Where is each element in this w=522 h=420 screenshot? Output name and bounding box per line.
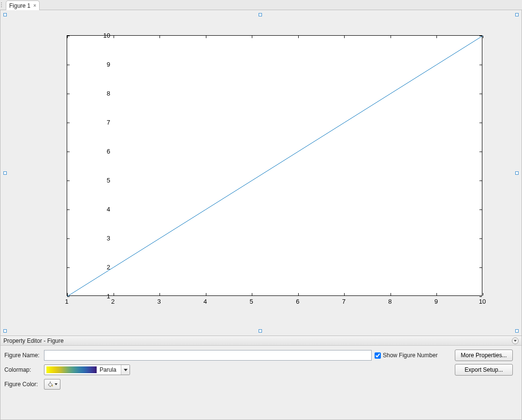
export-setup-button[interactable]: Export Setup... (455, 364, 513, 376)
chevron-down-icon (55, 383, 58, 385)
selection-handle[interactable] (3, 13, 7, 16)
x-tick-label: 8 (388, 298, 392, 305)
y-tick-label: 6 (107, 148, 110, 155)
x-tick-label: 7 (342, 298, 346, 305)
more-properties-button[interactable]: More Properties... (455, 350, 513, 361)
figure-canvas[interactable]: 1234567891012345678910 (0, 10, 522, 336)
x-tick-label: 3 (157, 298, 160, 305)
figure-color-label: Figure Color: (4, 381, 41, 388)
show-figure-number-checkbox[interactable] (375, 352, 381, 359)
x-tick-label: 1 (65, 298, 68, 305)
collapse-button[interactable] (512, 337, 519, 344)
selection-handle[interactable] (3, 329, 7, 333)
show-figure-number-label: Show Figure Number (383, 352, 437, 359)
figure-name-label: Figure Name: (4, 352, 41, 359)
x-tick-label: 10 (479, 298, 486, 305)
y-tick-label: 3 (107, 235, 110, 242)
line-plot (67, 36, 483, 296)
x-tick-label: 6 (296, 298, 299, 305)
axes[interactable] (67, 35, 482, 296)
property-editor: Property Editor - Figure Figure Name: Sh… (0, 336, 522, 420)
drag-grip-icon[interactable] (1, 0, 5, 10)
tab-figure-1[interactable]: Figure 1 × (6, 0, 40, 10)
selection-handle[interactable] (3, 171, 7, 175)
colormap-label: Colormap: (4, 366, 41, 373)
show-figure-number-option[interactable]: Show Figure Number (375, 352, 452, 359)
y-tick-label: 5 (107, 177, 110, 184)
paint-bucket-icon (47, 381, 54, 387)
x-tick-label: 2 (111, 298, 115, 305)
colormap-swatch-icon (46, 366, 97, 373)
y-tick-label: 8 (107, 90, 110, 97)
x-tick-label: 5 (250, 298, 253, 305)
colormap-dropdown[interactable]: Parula (44, 364, 130, 375)
close-icon[interactable]: × (33, 3, 36, 8)
property-editor-header: Property Editor - Figure (0, 336, 522, 346)
selection-handle[interactable] (515, 13, 519, 16)
y-tick-label: 1 (107, 293, 110, 300)
chevron-down-icon[interactable] (121, 365, 130, 375)
y-tick-label: 7 (107, 119, 110, 126)
x-tick-label: 4 (203, 298, 207, 305)
selection-handle[interactable] (515, 329, 519, 333)
y-tick-label: 10 (103, 32, 110, 39)
colormap-value: Parula (99, 366, 121, 373)
selection-handle[interactable] (515, 171, 519, 175)
x-tick-label: 9 (435, 298, 438, 305)
selection-handle[interactable] (259, 329, 262, 333)
y-tick-label: 4 (107, 206, 110, 213)
tab-strip: Figure 1 × (0, 0, 522, 10)
figure-color-button[interactable] (44, 379, 60, 390)
tab-label: Figure 1 (9, 2, 30, 9)
y-tick-label: 9 (107, 61, 110, 68)
selection-handle[interactable] (259, 13, 262, 16)
figure-name-input[interactable] (44, 350, 372, 361)
axes-container: 1234567891012345678910 (35, 24, 499, 323)
property-editor-title: Property Editor - Figure (3, 337, 64, 344)
y-tick-label: 2 (107, 264, 110, 271)
